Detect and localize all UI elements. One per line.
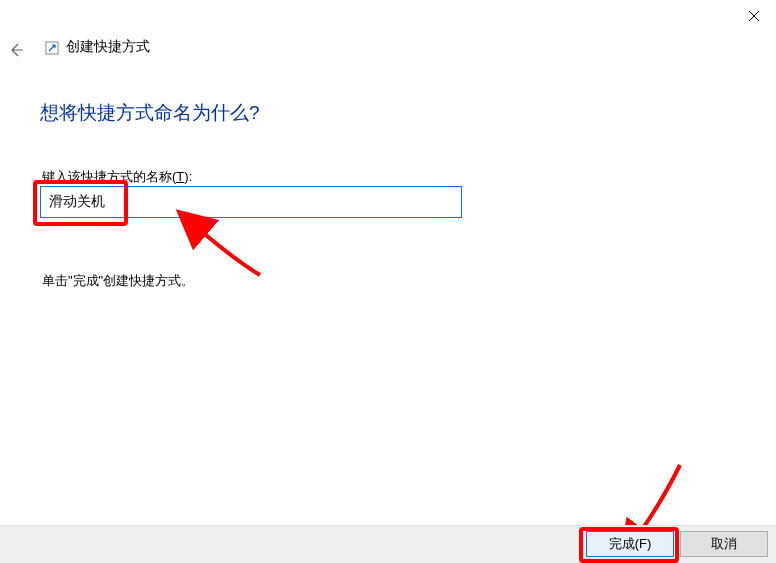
finish-button[interactable]: 完成(F) [586,531,674,557]
back-arrow-icon [7,41,25,59]
shortcut-icon [44,40,60,56]
back-button[interactable] [4,38,28,62]
dialog-title: 创建快捷方式 [66,38,150,56]
shortcut-name-input[interactable] [40,186,462,218]
name-input-wrapper [40,186,462,218]
close-button[interactable] [742,4,766,28]
name-field-label: 键入该快捷方式的名称(T): [42,168,192,186]
page-heading: 想将快捷方式命名为什么? [40,100,260,126]
instruction-text: 单击"完成"创建快捷方式。 [42,272,194,290]
close-icon [748,10,760,22]
cancel-button[interactable]: 取消 [680,531,768,557]
